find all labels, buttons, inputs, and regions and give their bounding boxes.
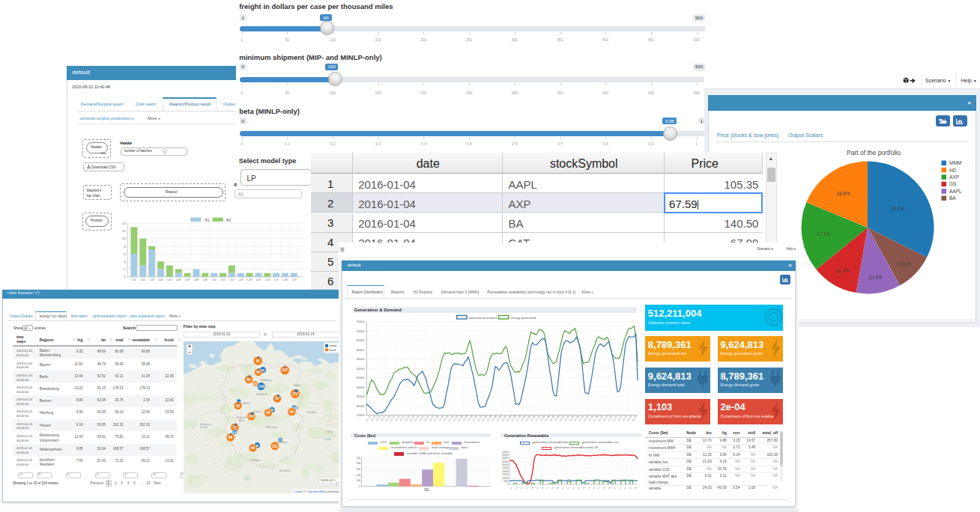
svg-text:32.4%: 32.4% [891, 206, 905, 211]
svg-text:Hannover: Hannover [256, 393, 268, 396]
svg-text:L10: L10 [212, 278, 217, 281]
svg-text:2: 2 [124, 267, 126, 271]
svg-text:20: 20 [613, 486, 617, 490]
svg-text:17.1%: 17.1% [817, 231, 831, 237]
svg-text:L07: L07 [185, 278, 190, 281]
svg-text:R2: R2 [226, 219, 231, 222]
svg-text:19: 19 [608, 486, 611, 490]
svg-text:06: 06 [540, 486, 544, 490]
svg-text:65000: 65000 [356, 338, 365, 342]
svg-text:16: 16 [592, 486, 596, 490]
svg-text:200: 200 [357, 474, 360, 477]
svg-text:AXP: AXP [949, 174, 959, 180]
svg-text:100: 100 [357, 479, 360, 482]
svg-text:300: 300 [357, 468, 360, 471]
svg-text:65: 65 [246, 377, 251, 381]
svg-text:09: 09 [556, 486, 560, 490]
svg-text:172: 172 [292, 392, 298, 396]
svg-text:10: 10 [122, 237, 126, 240]
svg-text:Stuttgart: Stuttgart [251, 459, 261, 462]
svg-text:L14: L14 [247, 278, 252, 281]
svg-text:81: 81 [255, 359, 260, 363]
svg-text:14: 14 [581, 486, 585, 490]
svg-text:50000: 50000 [502, 451, 509, 454]
svg-text:L16: L16 [265, 278, 270, 281]
svg-text:12: 12 [572, 486, 575, 490]
svg-text:35000: 35000 [502, 460, 509, 463]
svg-text:50000: 50000 [356, 367, 365, 371]
svg-text:15: 15 [587, 486, 590, 490]
svg-text:R1: R1 [205, 219, 210, 222]
svg-text:L03: L03 [150, 278, 154, 281]
svg-text:42: 42 [256, 371, 261, 374]
svg-text:L04: L04 [159, 278, 163, 281]
svg-text:07: 07 [545, 486, 549, 490]
svg-text:L08: L08 [194, 278, 199, 281]
svg-text:37: 37 [275, 397, 279, 400]
svg-text:L15: L15 [256, 278, 261, 281]
svg-text:10.9%: 10.9% [868, 275, 883, 280]
svg-text:2019-01-1: 2019-01-1 [321, 478, 336, 481]
svg-text:157: 157 [282, 368, 288, 372]
svg-text:−: − [188, 349, 191, 354]
svg-text:energy generated: energy generated [511, 316, 536, 320]
svg-text:20000: 20000 [502, 470, 509, 473]
svg-text:L09: L09 [203, 278, 208, 281]
svg-text:35000: 35000 [356, 394, 365, 398]
svg-text:Berlin: Berlin [294, 384, 300, 387]
svg-text:4: 4 [124, 260, 126, 263]
svg-text:Munchen: Munchen [279, 469, 290, 472]
svg-text:6: 6 [124, 252, 126, 256]
svg-text:renew: renew [329, 344, 336, 347]
svg-text:0: 0 [124, 275, 126, 278]
svg-text:12: 12 [122, 229, 126, 233]
svg-text:60000: 60000 [356, 348, 365, 352]
svg-text:L13: L13 [238, 278, 243, 281]
svg-text:400: 400 [357, 462, 360, 465]
svg-text:MMM: MMM [949, 160, 961, 165]
svg-text:14: 14 [122, 222, 126, 225]
svg-text:11: 11 [566, 486, 570, 490]
svg-text:22: 22 [623, 486, 627, 490]
svg-text:10000: 10000 [502, 477, 509, 480]
svg-text:25000: 25000 [356, 413, 365, 417]
svg-text:+: + [188, 344, 191, 349]
svg-text:01: 01 [515, 486, 518, 490]
svg-text:BA: BA [949, 195, 956, 201]
svg-text:29: 29 [233, 431, 236, 434]
svg-text:Main: Main [239, 419, 244, 422]
svg-text:70000: 70000 [356, 329, 365, 333]
svg-text:40000: 40000 [356, 385, 365, 389]
svg-text:0: 0 [359, 485, 360, 488]
svg-text:L17: L17 [274, 278, 279, 281]
svg-text:L01: L01 [132, 278, 136, 281]
svg-text:68: 68 [251, 446, 255, 450]
svg-text:AAPL: AAPL [949, 189, 962, 194]
svg-text:Hamburg: Hamburg [261, 379, 271, 382]
svg-text:Ceska: Ceska [323, 438, 330, 441]
svg-text:86: 86 [266, 411, 270, 415]
svg-text:Wurzburg: Wurzburg [266, 426, 277, 429]
svg-text:Dresden: Dresden [306, 411, 316, 414]
svg-text:Praha: Praha [326, 430, 333, 433]
svg-text:75000: 75000 [356, 320, 365, 323]
svg-text:08: 08 [551, 486, 554, 490]
svg-text:13: 13 [577, 486, 581, 490]
svg-text:30000: 30000 [356, 404, 365, 408]
svg-text:30000: 30000 [502, 463, 509, 466]
svg-text:GS: GS [949, 181, 957, 186]
svg-text:115: 115 [272, 444, 278, 448]
svg-text:L12: L12 [229, 278, 234, 281]
svg-text:L06: L06 [176, 278, 181, 281]
svg-text:17: 17 [597, 486, 601, 490]
svg-text:43: 43 [253, 383, 256, 385]
svg-text:63: 63 [236, 403, 241, 407]
svg-text:23: 23 [629, 486, 632, 490]
svg-text:118: 118 [258, 385, 264, 388]
svg-text:10: 10 [561, 486, 565, 490]
svg-text:24: 24 [633, 486, 637, 490]
svg-text:DE: DE [424, 488, 429, 492]
svg-text:HD: HD [949, 168, 957, 173]
svg-text:25000: 25000 [502, 466, 509, 469]
svg-text:11.3%: 11.3% [836, 268, 850, 273]
